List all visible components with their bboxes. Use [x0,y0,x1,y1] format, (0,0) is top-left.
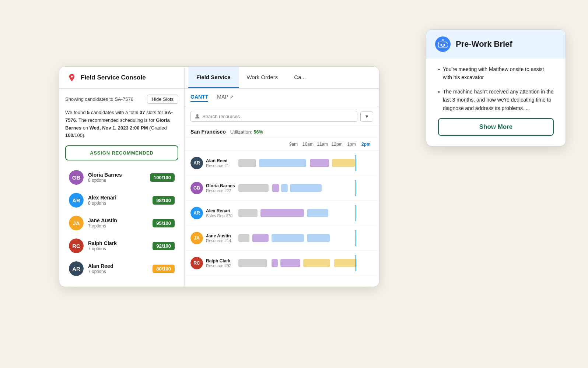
candidate-info: Alex Renari 8 options [88,195,153,206]
candidate-name: Ralph Clark [88,240,153,246]
brief-bullet-1: You're meeting with Matthew onsite to as… [438,65,554,82]
svg-rect-10 [447,44,449,46]
list-item[interactable]: JA Jane Austin 7 options 95/100 [65,213,178,233]
svg-rect-9 [437,44,438,46]
svg-point-8 [442,39,444,41]
table-row: JA Jane Austin Resource #14 [185,226,379,251]
row-name: Alan Reed [206,158,238,163]
location-pin-icon [67,72,77,83]
candidate-name: Jane Austin [88,217,153,223]
candidate-info: Jane Austin 7 options [88,217,153,229]
gantt-bar [238,234,249,242]
gantt-bar [252,234,269,242]
row-name: Jane Austin [206,233,238,238]
console-logo-area: Field Service Console [59,67,185,88]
candidate-score: 80/100 [153,265,175,273]
row-person: GB Gloria Barnes Resource #27 [190,182,238,194]
list-item[interactable]: AR Alan Reed 7 options 80/100 [65,258,178,279]
time-label-1pm: 1pm [344,142,358,147]
brief-card: Pre-Work Brief You're meeting with Matth… [426,29,566,146]
avatar: AR [69,193,84,208]
gantt-bar [334,259,357,267]
location-name: San Francisco [190,129,226,135]
robot-icon [437,38,449,50]
gantt-bar [260,209,304,217]
table-row: RC Ralph Clark Resource #92 [185,251,379,276]
candidate-options: 8 options [88,201,153,206]
time-labels: 9am 10am 11am 12pm 1pm 2pm [286,142,373,147]
candidates-panel: Showing candidates to SA-7576 Hide Slots… [59,89,185,287]
gantt-tabs: GANTT MAP ↗ [185,89,379,107]
svg-point-2 [196,114,199,116]
gantt-bar [259,159,306,167]
avatar: GB [69,170,84,185]
svg-point-5 [444,44,445,46]
assign-recommended-button[interactable]: ASSIGN RECOMMENDED [65,145,178,160]
time-label-2pm: 2pm [359,142,373,147]
utilization-text: Utilization: 56% [230,129,263,135]
brief-title: Pre-Work Brief [456,39,512,49]
gantt-bar [238,259,267,267]
avatar: RC [69,238,84,253]
candidate-options: 7 options [88,269,153,274]
filter-button[interactable]: ▼ [360,111,373,122]
gantt-bars [238,255,373,271]
utilization-value: 56% [253,129,263,135]
row-name: Alex Renari [206,208,238,213]
avatar: JA [190,232,203,244]
gantt-bar [290,184,322,192]
avatar: JA [69,216,84,230]
brief-bullet-2: The machine hasn't received any attentio… [438,88,554,112]
candidate-score: 95/100 [153,219,175,227]
candidates-showing-text: Showing candidates to SA-7576 [65,96,133,102]
hide-slots-button[interactable]: Hide Slots [147,95,178,104]
tab-gantt[interactable]: GANTT [190,94,208,102]
brief-header: Pre-Work Brief [426,30,566,59]
row-resource: Resource #92 [206,263,238,268]
search-input[interactable] [202,114,353,119]
time-axis: 9am 10am 11am 12pm 1pm 2pm [185,138,379,151]
tab-ca[interactable]: Ca... [286,67,314,88]
gantt-bar [332,159,355,167]
table-row: AR Alex Renari Sales Rep #70 [185,201,379,226]
avatar: AR [69,261,84,276]
candidate-score: 100/100 [150,173,175,182]
gantt-bar [307,234,330,242]
svg-rect-6 [442,46,444,47]
gantt-bar [238,184,269,192]
row-person: RC Ralph Clark Resource #92 [190,257,238,269]
row-person: JA Jane Austin Resource #14 [190,232,238,244]
console-card: Field Service Console Field Service Work… [59,66,379,287]
search-box[interactable] [190,111,357,122]
candidates-info-text: We found 5 candidates with a total 37 sl… [65,109,178,139]
current-time-line [356,255,356,271]
candidate-info: Ralph Clark 7 options [88,240,153,251]
list-item[interactable]: RC Ralph Clark 7 options 92/100 [65,236,178,256]
candidate-name: Alex Renari [88,195,153,201]
candidate-score: 98/100 [153,196,175,205]
candidate-name: Alan Reed [88,263,153,269]
person-icon [195,113,200,119]
row-info: Gloria Barnes Resource #27 [206,183,238,193]
gantt-toolbar: ▼ [185,107,379,126]
console-title: Field Service Console [81,74,146,81]
current-time-line [356,205,356,221]
time-label-10am: 10am [301,142,315,147]
gantt-bar [310,159,329,167]
gantt-bar [280,259,300,267]
show-more-button[interactable]: Show More [438,118,554,136]
current-time-line [356,155,356,171]
tab-work-orders[interactable]: Work Orders [239,67,286,88]
list-item[interactable]: GB Gloria Barnes 8 options 100/100 [65,167,178,188]
row-info: Alan Reed Resource #1 [206,158,238,168]
tab-map[interactable]: MAP ↗ [217,94,234,102]
candidates-panel-header: Showing candidates to SA-7576 Hide Slots [65,95,178,104]
row-person: AR Alex Renari Sales Rep #70 [190,207,238,219]
list-item[interactable]: AR Alex Renari 8 options 98/100 [65,190,178,210]
avatar: GB [190,182,203,194]
row-resource: Resource #1 [206,163,238,168]
current-time-line [356,180,356,196]
console-body: Showing candidates to SA-7576 Hide Slots… [59,89,379,287]
row-resource: Sales Rep #70 [206,213,238,218]
tab-field-service[interactable]: Field Service [188,67,239,88]
